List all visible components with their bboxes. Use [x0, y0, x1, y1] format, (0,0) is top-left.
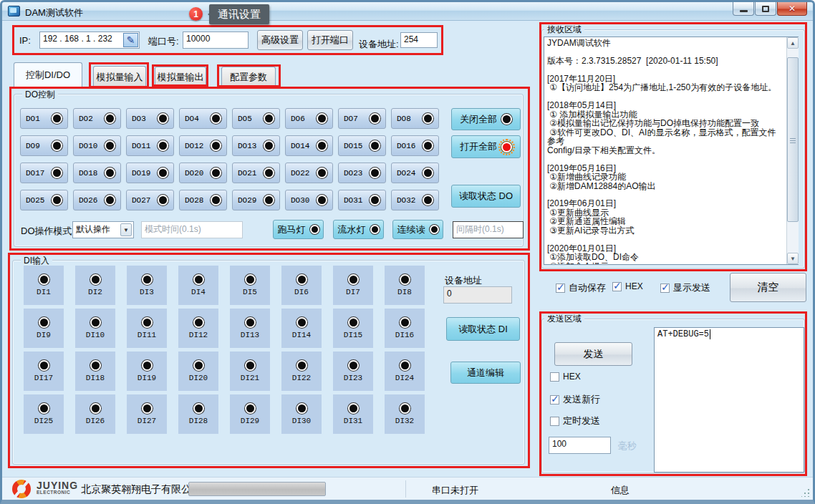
di-channel-tile[interactable]: DI31: [333, 394, 373, 434]
port-input[interactable]: 10000: [183, 32, 249, 49]
do-channel-button[interactable]: DO13: [232, 135, 280, 156]
tab-control-di-do[interactable]: 控制DI/DO: [14, 62, 82, 87]
di-channel-tile[interactable]: DI22: [281, 352, 322, 391]
do-channel-button[interactable]: DO31: [338, 190, 386, 210]
do-channel-button[interactable]: DO18: [73, 163, 121, 183]
do-channel-button[interactable]: DO2: [73, 108, 121, 129]
close-all-button[interactable]: 关闭全部: [451, 108, 521, 130]
do-channel-button[interactable]: DO32: [391, 190, 439, 210]
do-channel-button[interactable]: DO12: [179, 135, 227, 156]
do-channel-button[interactable]: DO7: [338, 108, 386, 129]
do-channel-button[interactable]: DO16: [391, 135, 439, 156]
show-send-checkbox[interactable]: 显示发送: [660, 281, 710, 294]
receive-scrollbar[interactable]: ▲ ▼: [786, 37, 799, 264]
do-channel-button[interactable]: DO3: [126, 108, 174, 129]
open-port-button[interactable]: 打开端口: [307, 30, 353, 50]
di-channel-tile[interactable]: DI11: [127, 309, 167, 348]
scroll-down-icon[interactable]: ▼: [787, 253, 799, 264]
send-newline-checkbox-box[interactable]: [550, 395, 559, 404]
di-channel-tile[interactable]: DI12: [178, 309, 218, 348]
do-channel-button[interactable]: DO29: [232, 190, 280, 210]
auto-save-checkbox[interactable]: 自动保存: [556, 281, 606, 294]
di-channel-tile[interactable]: DI3: [127, 266, 167, 305]
send-text-input[interactable]: AT+DEBUG=5: [654, 327, 804, 472]
advanced-settings-button[interactable]: 高级设置: [257, 30, 303, 50]
do-channel-button[interactable]: DO21: [232, 163, 280, 183]
di-channel-tile[interactable]: DI15: [333, 309, 373, 348]
device-address-input[interactable]: 254: [400, 32, 438, 48]
do-channel-button[interactable]: DO10: [73, 135, 121, 156]
do-channel-button[interactable]: DO9: [20, 135, 68, 156]
show-send-checkbox-box[interactable]: [660, 284, 670, 293]
di-channel-tile[interactable]: DI9: [24, 309, 64, 348]
di-channel-tile[interactable]: DI18: [75, 352, 115, 391]
auto-save-checkbox-box[interactable]: [556, 284, 565, 293]
channel-edit-button[interactable]: 通道编辑: [450, 362, 521, 384]
di-channel-tile[interactable]: DI1: [24, 266, 64, 305]
di-channel-tile[interactable]: DI28: [178, 394, 218, 434]
do-channel-button[interactable]: DO28: [179, 190, 227, 210]
read-status-do-button[interactable]: 读取状态 DO: [451, 185, 521, 208]
tab-analog-output[interactable]: 模拟量输出: [155, 67, 206, 87]
di-channel-tile[interactable]: DI27: [127, 394, 167, 434]
do-channel-button[interactable]: DO1: [20, 108, 68, 129]
tab-analog-input[interactable]: 模拟量输入: [93, 66, 146, 87]
di-channel-tile[interactable]: DI24: [385, 352, 425, 391]
do-channel-button[interactable]: DO6: [285, 108, 333, 129]
do-channel-button[interactable]: DO15: [338, 135, 386, 156]
do-channel-button[interactable]: DO20: [179, 163, 227, 183]
di-channel-tile[interactable]: DI2: [75, 266, 115, 305]
tx-hex-checkbox[interactable]: HEX: [550, 372, 581, 382]
di-channel-tile[interactable]: DI17: [24, 352, 64, 391]
do-channel-button[interactable]: DO4: [179, 108, 227, 129]
di-channel-tile[interactable]: DI7: [333, 266, 373, 305]
scrollbar-thumb[interactable]: [787, 57, 799, 222]
do-mode-select[interactable]: 默认操作 ▼: [72, 221, 134, 238]
send-newline-checkbox[interactable]: 发送新行: [550, 393, 600, 406]
open-all-button[interactable]: 打开全部: [451, 135, 521, 158]
tx-hex-checkbox-box[interactable]: [550, 372, 559, 382]
di-channel-tile[interactable]: DI20: [178, 352, 218, 391]
di-channel-tile[interactable]: DI21: [230, 352, 270, 391]
do-channel-button[interactable]: DO24: [391, 163, 439, 183]
do-channel-button[interactable]: DO22: [285, 163, 333, 183]
di-channel-tile[interactable]: DI30: [281, 394, 322, 434]
do-channel-button[interactable]: DO11: [126, 135, 174, 156]
marquee-button[interactable]: 跑马灯: [273, 220, 324, 239]
receive-log[interactable]: JYDAM调试软件 版本号：2.3.7315.28527 [2020-01-11…: [544, 37, 799, 265]
do-channel-button[interactable]: DO26: [73, 190, 121, 210]
send-button[interactable]: 发送: [554, 342, 632, 366]
timed-send-checkbox-box[interactable]: [550, 417, 559, 426]
ip-edit-button[interactable]: ✎: [123, 33, 138, 47]
do-channel-button[interactable]: DO17: [20, 163, 68, 183]
do-channel-button[interactable]: DO30: [285, 190, 333, 210]
mode-time-input[interactable]: 模式时间(0.1s): [141, 221, 243, 238]
di-channel-tile[interactable]: DI13: [230, 309, 270, 348]
rx-hex-checkbox-box[interactable]: [612, 282, 622, 291]
do-channel-button[interactable]: DO5: [232, 108, 280, 129]
close-button[interactable]: ✕: [777, 2, 807, 16]
di-channel-tile[interactable]: DI26: [75, 394, 115, 434]
di-channel-tile[interactable]: DI4: [178, 266, 218, 305]
timed-send-checkbox[interactable]: 定时发送: [550, 415, 600, 427]
di-channel-tile[interactable]: DI23: [333, 352, 373, 391]
do-channel-button[interactable]: DO25: [20, 190, 68, 210]
resize-grip[interactable]: [801, 488, 810, 497]
rx-hex-checkbox[interactable]: HEX: [612, 281, 643, 291]
di-channel-tile[interactable]: DI10: [75, 309, 115, 348]
di-device-address-input[interactable]: 0: [443, 286, 512, 304]
di-channel-tile[interactable]: DI32: [385, 394, 425, 434]
di-channel-tile[interactable]: DI29: [230, 394, 270, 434]
do-channel-button[interactable]: DO23: [338, 163, 386, 183]
maximize-button[interactable]: [755, 2, 776, 16]
read-status-di-button[interactable]: 读取状态 DI: [446, 317, 520, 341]
do-channel-button[interactable]: DO27: [126, 190, 174, 210]
clear-button[interactable]: 清空: [730, 273, 806, 302]
minimize-button[interactable]: [733, 2, 754, 16]
di-channel-tile[interactable]: DI8: [385, 266, 425, 305]
do-channel-button[interactable]: DO14: [285, 135, 333, 156]
send-interval-input[interactable]: 100: [549, 437, 611, 454]
interval-time-input[interactable]: 间隔时(0.1s): [453, 221, 524, 238]
di-channel-tile[interactable]: DI5: [230, 266, 270, 305]
ip-input[interactable]: 192 . 168 . 1 . 232 ✎: [39, 32, 140, 49]
